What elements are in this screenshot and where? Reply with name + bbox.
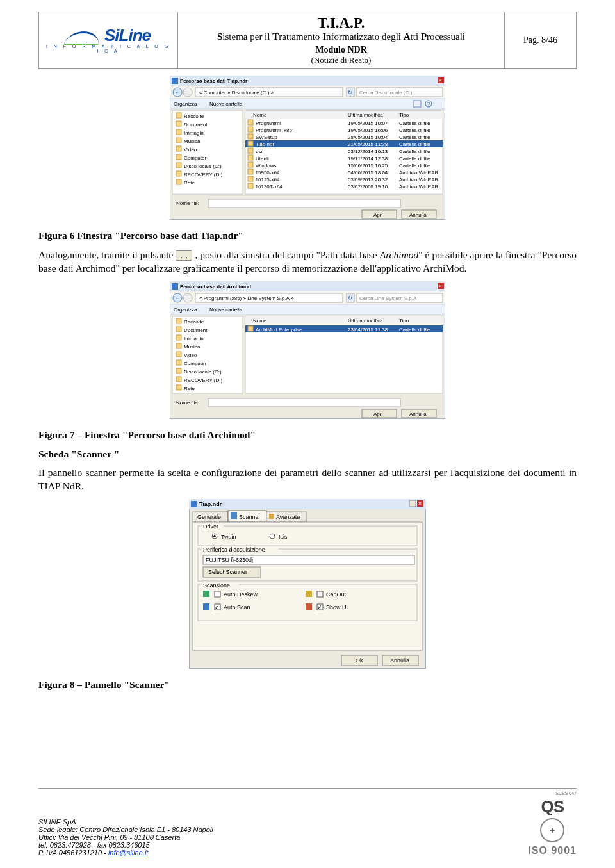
periferica-group-label: Periferica d'acquisizione bbox=[203, 546, 265, 553]
tree-item[interactable]: Disco locale (C:) bbox=[184, 163, 222, 169]
forward-icon[interactable] bbox=[183, 88, 192, 97]
list-item[interactable]: usr bbox=[256, 149, 263, 154]
folder-icon bbox=[176, 385, 181, 390]
list-item[interactable]: fi5950-x64 bbox=[256, 170, 280, 176]
checkbox[interactable] bbox=[215, 591, 220, 597]
p1a: Analogamente, tramite il pulsante bbox=[38, 249, 176, 260]
app-icon bbox=[191, 501, 197, 507]
tree-item[interactable]: RECOVERY (D:) bbox=[184, 172, 222, 177]
scanner-heading: Scheda "Scanner " bbox=[38, 448, 577, 461]
folder-icon bbox=[248, 155, 253, 160]
list-item[interactable]: Tiap.ndr bbox=[256, 142, 274, 147]
tree-item[interactable]: Documenti bbox=[184, 122, 208, 127]
svg-text:Apri: Apri bbox=[373, 411, 382, 417]
app-icon bbox=[172, 78, 178, 84]
svg-text:Cartella di file: Cartella di file bbox=[399, 127, 430, 133]
minimize-icon[interactable] bbox=[409, 500, 416, 507]
svg-text:04/06/2015 18:04: 04/06/2015 18:04 bbox=[348, 170, 388, 176]
svg-text:Avanzate: Avanzate bbox=[276, 514, 300, 520]
svg-text:« Computer » Disco locale (C:): « Computer » Disco locale (C:) » bbox=[199, 90, 274, 95]
list-item[interactable]: Programmi bbox=[256, 120, 281, 126]
svg-text:19/11/2014 12:38: 19/11/2014 12:38 bbox=[348, 156, 388, 161]
new-folder-button[interactable]: Nuova cartella bbox=[209, 101, 243, 107]
tree-item[interactable]: Immagini bbox=[184, 336, 205, 341]
svg-text:03/07/2009 19:10: 03/07/2009 19:10 bbox=[348, 184, 388, 190]
organize-button[interactable]: Organizza bbox=[174, 101, 197, 107]
figure-6-caption: Figura 6 Finestra "Percorso base dati Ti… bbox=[38, 229, 577, 243]
list-item[interactable]: fi6130T-x64 bbox=[256, 184, 283, 190]
figure-7-caption: Figura 7 – Finestra "Percorso base dati … bbox=[38, 429, 577, 442]
tree-item[interactable]: Raccolte bbox=[184, 113, 204, 119]
svg-text:« Programmi (x86) » Line Syste: « Programmi (x86) » Line System S.p.A » bbox=[199, 295, 294, 301]
header-module: Modulo NDR bbox=[183, 45, 499, 55]
folder-icon bbox=[176, 368, 181, 373]
folder-icon bbox=[248, 176, 253, 181]
folder-icon bbox=[176, 318, 181, 323]
tree-item[interactable]: Disco locale (C:) bbox=[184, 369, 222, 375]
svg-text:Cartella di file: Cartella di file bbox=[399, 142, 430, 147]
svg-text:Cartella di file: Cartella di file bbox=[399, 120, 430, 126]
folder-icon bbox=[248, 141, 253, 146]
list-item[interactable]: Windows bbox=[256, 163, 276, 168]
col-type[interactable]: Tipo bbox=[399, 112, 409, 118]
folder-icon bbox=[248, 162, 253, 167]
list-item[interactable]: SWSetup bbox=[256, 135, 277, 140]
filename-input[interactable] bbox=[208, 199, 400, 208]
checkbox[interactable] bbox=[317, 591, 323, 597]
hs-p4: tti bbox=[411, 31, 421, 42]
folder-icon bbox=[176, 377, 181, 382]
tree-item[interactable]: Documenti bbox=[184, 327, 208, 333]
tree-item[interactable]: Video bbox=[184, 352, 197, 358]
screenshot-scanner-panel: Tiap.ndr × Generale Scanner Avanzate Dri… bbox=[38, 499, 577, 673]
new-folder-button[interactable]: Nuova cartella bbox=[209, 307, 243, 313]
tree-item[interactable]: RECOVERY (D:) bbox=[184, 377, 222, 383]
tree-item[interactable]: Rete bbox=[184, 386, 195, 391]
list-item[interactable]: Utenti bbox=[256, 156, 269, 161]
folder-icon bbox=[176, 163, 181, 168]
radio-isis[interactable] bbox=[270, 534, 275, 539]
tree-item[interactable]: Video bbox=[184, 147, 197, 152]
col-date[interactable]: Ultima modifica bbox=[348, 318, 383, 323]
list-item[interactable]: Programmi (x86) bbox=[256, 127, 294, 133]
svg-text:✓: ✓ bbox=[317, 604, 322, 610]
list-item[interactable]: ArchiMod Enterprise bbox=[256, 327, 302, 332]
col-type[interactable]: Tipo bbox=[399, 318, 409, 323]
p1b: , posto alla sinistra del campo "Path da… bbox=[195, 249, 379, 260]
tree-item[interactable]: Musica bbox=[184, 344, 201, 350]
tree-item[interactable]: Rete bbox=[184, 180, 195, 186]
svg-text:Cartella di file: Cartella di file bbox=[399, 135, 430, 140]
tree-item[interactable]: Immagini bbox=[184, 130, 205, 136]
folder-icon bbox=[248, 169, 253, 174]
logo-swoosh-icon bbox=[63, 31, 101, 45]
checkbox-label: Auto Deskew bbox=[224, 591, 258, 598]
col-name[interactable]: Nome bbox=[253, 112, 267, 118]
option-icon bbox=[203, 591, 209, 597]
hs-b5: P bbox=[421, 31, 427, 42]
scanner-tab-icon bbox=[231, 512, 237, 519]
tree-item[interactable]: Computer bbox=[184, 361, 206, 366]
folder-icon bbox=[176, 129, 181, 135]
hs-p1: istema per il bbox=[222, 31, 272, 42]
filename-input[interactable] bbox=[208, 398, 400, 407]
tree-item[interactable]: Computer bbox=[184, 155, 206, 161]
tree-item[interactable]: Raccolte bbox=[184, 319, 204, 325]
hs-p5: rocessuali bbox=[427, 31, 465, 42]
footer-email-link[interactable]: info@siline.it bbox=[108, 849, 149, 856]
svg-text:↻: ↻ bbox=[348, 90, 352, 95]
svg-text:Cartella di file: Cartella di file bbox=[399, 163, 430, 168]
header-center: T.I.A.P. Sistema per il Trattamento Info… bbox=[178, 12, 505, 69]
svg-text:Annulla: Annulla bbox=[390, 657, 409, 664]
folder-icon bbox=[176, 146, 181, 151]
tree-item[interactable]: Musica bbox=[184, 138, 201, 144]
qs-badge: SCES 047 QS ✚ ISO 9001 bbox=[528, 791, 577, 856]
forward-icon[interactable] bbox=[183, 293, 192, 302]
list-item[interactable]: fi6125-x64 bbox=[256, 177, 280, 183]
svg-text:←: ← bbox=[175, 90, 180, 95]
col-name[interactable]: Nome bbox=[253, 318, 267, 323]
svg-text:03/12/2014 10:13: 03/12/2014 10:13 bbox=[348, 149, 388, 154]
organize-button[interactable]: Organizza bbox=[174, 307, 197, 313]
footer-address: SILINE SpA Sede legale: Centro Direziona… bbox=[38, 818, 213, 856]
dialog-title: Percorso base dati Tiap.ndr bbox=[180, 78, 247, 84]
footer-company: SILINE SpA bbox=[38, 818, 213, 826]
col-date[interactable]: Ultima modifica bbox=[348, 112, 383, 118]
